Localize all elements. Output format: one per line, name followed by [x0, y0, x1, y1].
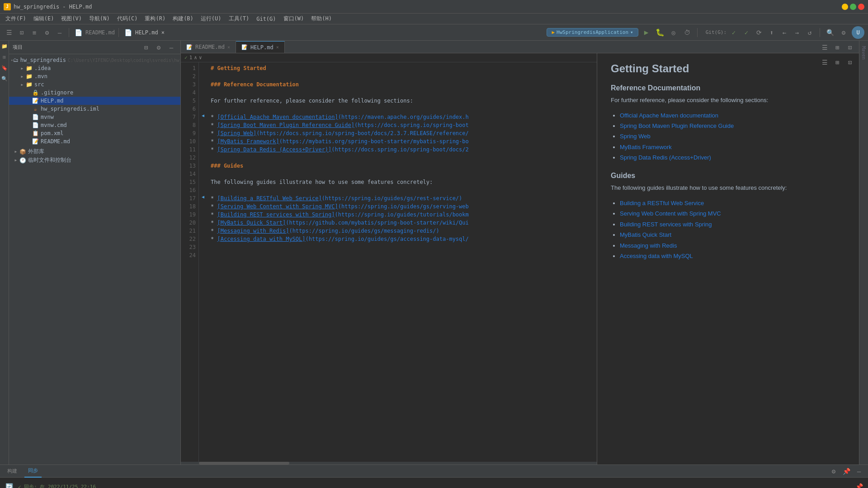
tree-item-temp[interactable]: ▶ 🕐 临时文件和控制台	[9, 156, 180, 164]
code-editor[interactable]: 1 2 3 4 5 6 7 8 9 10 11 12 13 14	[181, 62, 597, 462]
code-line-12	[211, 154, 593, 162]
tab-close-help[interactable]: ×	[276, 45, 279, 50]
tree-item-pomxml[interactable]: ▶ 📋 pom.xml	[9, 129, 180, 137]
gutter-3	[199, 79, 207, 87]
readme-tab-icon[interactable]: 📄	[73, 27, 84, 38]
preview-link-1[interactable]: Official Apache Maven documentation	[620, 112, 718, 119]
preview-grid-icon[interactable]: ⊞	[832, 57, 843, 68]
toolbar-hide[interactable]: —	[54, 27, 65, 38]
preview-link-5[interactable]: Spring Data Redis (Access+Driver)	[620, 154, 711, 161]
readme-tab-label: README.md	[85, 29, 115, 36]
fold-all[interactable]: ∧	[194, 55, 197, 61]
bottom-tab-build[interactable]: 构建	[4, 465, 21, 478]
editor-scrollbar[interactable]	[181, 462, 597, 465]
tree-item-gitignore[interactable]: ▶ 🔒 .gitignore	[9, 89, 180, 97]
preview-link-4[interactable]: MyBatis Framework	[620, 144, 672, 150]
menu-item-b[interactable]: 构建(B)	[169, 14, 197, 23]
git-next[interactable]: →	[792, 27, 802, 38]
preview-link-10[interactable]: Messaging with Redis	[620, 242, 677, 249]
app-icon: J	[4, 3, 11, 10]
preview-link-2[interactable]: Spring Boot Maven Plugin Reference Guide	[620, 122, 734, 129]
preview-link-9[interactable]: MyBatis Quick Start	[620, 231, 671, 238]
tree-item-idea[interactable]: ▶ 📁 .idea	[9, 64, 180, 72]
bottom-panel-settings[interactable]: ⚙	[828, 466, 839, 477]
profile-button[interactable]: ⏱	[682, 27, 693, 38]
maximize-button[interactable]	[850, 4, 856, 10]
preview-list-icon[interactable]: ☰	[819, 57, 830, 68]
preview-link-6[interactable]: Building a RESTful Web Service	[620, 200, 704, 206]
tree-item-iml[interactable]: ▶ ☕ hw_springredis.iml	[9, 105, 180, 113]
menu-item-r[interactable]: 重构(R)	[141, 14, 169, 23]
tree-item-mvnw[interactable]: ▶ 📄 mvnw	[9, 113, 180, 121]
sync-refresh-icon[interactable]: 🔄	[4, 481, 14, 488]
sidebar-icon-find[interactable]: 🔍	[1, 75, 8, 82]
bottom-pin-icon[interactable]: 📌	[854, 481, 864, 488]
sidebar-icon-structure[interactable]: ⊞	[1, 53, 8, 61]
toolbar-btn-2[interactable]: ≡	[29, 27, 40, 38]
coverage-button[interactable]: ◎	[668, 27, 679, 38]
bottom-panel-hide[interactable]: —	[854, 466, 864, 477]
tab-readmemd[interactable]: 📝 README.md ×	[181, 41, 236, 53]
menu-item-c[interactable]: 代码(C)	[113, 14, 142, 23]
project-tree: ▾ 🗂 hw_springredis C:\Users\YIFENG\Deskt…	[9, 54, 180, 465]
tree-item-src[interactable]: ▶ 📁 src	[9, 80, 180, 89]
project-settings[interactable]: ⚙	[153, 42, 164, 53]
tree-item-external[interactable]: ▶ 📦 外部库	[9, 147, 180, 156]
settings-btn[interactable]: ⚙	[838, 27, 849, 38]
toolbar-project-toggle[interactable]: ☰	[4, 27, 14, 38]
tree-item-readmemd[interactable]: ▶ 📝 README.md	[9, 137, 180, 145]
code-line-9: * [Spring Web](https://docs.spring.io/sp…	[211, 129, 593, 137]
menu-item-h[interactable]: 帮助(H)	[307, 14, 335, 23]
tree-item-mvnwcmd[interactable]: ▶ 📄 mvnw.cmd	[9, 121, 180, 129]
sidebar-icon-bookmarks[interactable]: 🔖	[1, 64, 8, 71]
menu-item-t[interactable]: 工具(T)	[225, 14, 253, 23]
bottom-tab-sync[interactable]: 同步	[24, 465, 42, 478]
menu-item-n[interactable]: 导航(N)	[85, 14, 113, 23]
preview-link-7[interactable]: Serving Web Content with Spring MVC	[620, 210, 721, 217]
menu-item-f[interactable]: 文件(F)	[2, 14, 30, 23]
code-content[interactable]: # Getting Started ### Reference Document…	[207, 62, 597, 462]
tree-item-root[interactable]: ▾ 🗂 hw_springredis C:\Users\YIFENG\Deskt…	[9, 56, 180, 64]
git-push[interactable]: ⬆	[766, 27, 777, 38]
git-prev[interactable]: ←	[779, 27, 790, 38]
git-undo[interactable]: ↺	[804, 27, 815, 38]
debug-button[interactable]: 🐛	[655, 27, 665, 38]
editor-scrollbar-thumb[interactable]	[199, 462, 289, 465]
search-everywhere[interactable]: 🔍	[825, 27, 835, 38]
view-list-icon[interactable]: ☰	[819, 42, 830, 53]
gutter-5	[199, 95, 207, 103]
menu-item-u[interactable]: 运行(U)	[197, 14, 225, 23]
menu-item-v[interactable]: 视图(V)	[57, 14, 85, 23]
tree-item-helpmd[interactable]: ▶ 📝 HELP.md	[9, 97, 180, 105]
menu-item-e[interactable]: 编辑(E)	[30, 14, 58, 23]
minimize-button[interactable]	[842, 4, 848, 10]
git-checkmark1[interactable]: ✓	[728, 27, 739, 38]
sidebar-icon-project[interactable]: 📁	[1, 42, 8, 50]
menu-item-gitg[interactable]: Git(G)	[253, 15, 279, 23]
toolbar-settings[interactable]: ⚙	[42, 27, 52, 38]
view-split-icon[interactable]: ⊡	[844, 42, 855, 53]
view-grid-icon[interactable]: ⊞	[832, 42, 843, 53]
tab-helpmd[interactable]: 📝 HELP.md ×	[236, 41, 285, 53]
project-collapse-all[interactable]: ⊟	[141, 42, 151, 53]
git-update[interactable]: ⟳	[754, 27, 764, 38]
project-hide[interactable]: —	[166, 42, 177, 53]
tab-close-readme[interactable]: ×	[227, 45, 230, 50]
preview-split-icon[interactable]: ⊡	[844, 57, 855, 68]
unfold-all[interactable]: ∨	[199, 55, 202, 61]
bottom-panel-pin[interactable]: 📌	[841, 466, 852, 477]
preview-link-11[interactable]: Accessing data with MySQL	[620, 253, 693, 259]
run-config-selector[interactable]: ▶ HwSpringredisApplication ▾	[547, 28, 638, 37]
bottom-right-icons: 📌 🔍	[854, 481, 864, 488]
sidebar-right-maven[interactable]: Maven	[861, 46, 866, 60]
preview-link-3[interactable]: Spring Web	[620, 133, 651, 140]
toolbar-btn-1[interactable]: ⊡	[16, 27, 27, 38]
close-button[interactable]	[858, 4, 864, 10]
menu-item-w[interactable]: 窗口(W)	[280, 14, 308, 23]
user-avatar[interactable]: U	[852, 26, 864, 39]
preview-link-8[interactable]: Building REST services with Spring	[620, 221, 712, 228]
git-checkmark2[interactable]: ✓	[741, 27, 752, 38]
run-button[interactable]: ▶	[641, 27, 652, 38]
tree-item-mvn[interactable]: ▶ 📁 .mvn	[9, 72, 180, 80]
helpmd-tab-icon[interactable]: 📄	[123, 27, 133, 38]
